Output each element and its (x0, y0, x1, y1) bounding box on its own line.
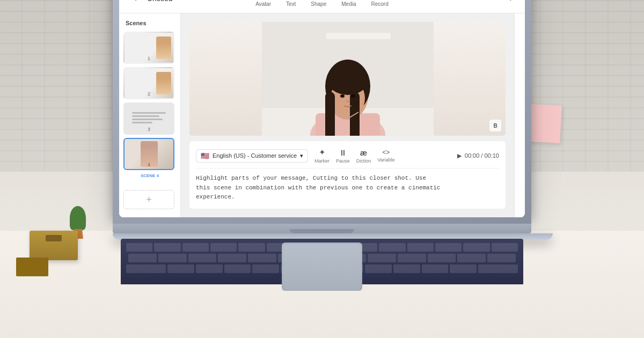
key (126, 243, 152, 252)
trackpad[interactable] (282, 243, 362, 291)
edit-title-icon[interactable]: ✏ (175, 0, 181, 2)
play-controls: ▶ 00:00 / 00:10 (457, 152, 499, 159)
avatar-svg (262, 22, 434, 136)
app-ui: ‹ Untitled ✏ ◎ Avatar T Text (119, 0, 525, 217)
scene1-avatar (156, 36, 171, 59)
toolbar-title-area: Untitled ✏ (147, 0, 181, 3)
key (450, 264, 477, 273)
back-button[interactable]: ‹ (128, 0, 143, 6)
laptop-base (113, 224, 531, 233)
key (154, 243, 180, 252)
key (210, 243, 237, 252)
avatar-woman (189, 22, 506, 136)
key (457, 254, 486, 262)
key (128, 254, 157, 262)
scene4-active-label: SCENE 4 (123, 173, 176, 178)
svg-rect-2 (326, 33, 391, 39)
key (158, 254, 187, 262)
flag-icon: 🇺🇸 (201, 152, 209, 160)
text-line-3 (132, 119, 163, 120)
language-label: English (US) - Customer service (213, 152, 297, 159)
svg-point-11 (340, 94, 345, 98)
diction-button[interactable]: æ Diction (356, 148, 371, 164)
script-controls: 🇺🇸 English (US) - Customer service ▾ ✦ M… (196, 148, 499, 168)
scene1-number: 1 (148, 56, 150, 61)
key (422, 264, 449, 273)
key (463, 243, 489, 252)
svg-point-12 (351, 94, 355, 98)
record-label: Record (371, 1, 389, 7)
key (487, 254, 516, 262)
text-line-4 (132, 122, 152, 123)
key (393, 264, 420, 273)
text-line-1 (132, 112, 166, 114)
add-scene-button[interactable]: + (123, 190, 174, 209)
tool-media[interactable]: ▦ Media (341, 0, 356, 7)
key (218, 254, 246, 262)
key (126, 264, 166, 273)
key (167, 264, 194, 273)
key (365, 264, 392, 273)
key (407, 243, 434, 252)
key (478, 264, 518, 273)
tool-avatar[interactable]: ◎ Avatar (255, 0, 271, 7)
main-content: Scenes 1 2 (119, 13, 525, 217)
media-label: Media (341, 1, 356, 7)
pause-button[interactable]: ⏸ Pause (336, 148, 350, 164)
scene3-number: 3 (148, 127, 150, 132)
key (428, 254, 456, 262)
scene2-number: 2 (148, 91, 150, 97)
scene-item-3[interactable]: 3 (123, 102, 174, 135)
key (196, 264, 223, 273)
key (492, 243, 518, 252)
diction-label: Diction (356, 158, 371, 164)
marker-label: Marker (314, 158, 330, 164)
editor-area: B 🇺🇸 English (US) - Customer service ▾ (181, 13, 514, 217)
add-icon: + (146, 194, 152, 205)
script-area: 🇺🇸 English (US) - Customer service ▾ ✦ M… (189, 141, 506, 209)
pause-icon: ⏸ (339, 148, 347, 157)
right-panel (514, 13, 525, 217)
diction-icon: æ (360, 148, 367, 157)
key (188, 254, 217, 262)
tool-record[interactable]: ⊙ Record (371, 0, 389, 7)
script-text[interactable]: Highlight parts of your message, Cutting… (196, 174, 499, 202)
project-title: Untitled (147, 0, 172, 3)
variable-button[interactable]: <> Variable (377, 149, 394, 163)
scenes-title: Scenes (123, 20, 176, 26)
plant-leaves (70, 206, 86, 230)
key (252, 264, 279, 273)
video-canvas: B (189, 22, 506, 136)
text-line-2 (132, 115, 159, 117)
scene-item-2[interactable]: 2 (123, 67, 174, 99)
toolbar-tools: ◎ Avatar T Text ⬜ Shape ▦ (255, 0, 389, 7)
laptop-screen-outer: ‹ Untitled ✏ ◎ Avatar T Text (113, 0, 531, 224)
scene3-text-preview (132, 112, 166, 125)
scene2-avatar (156, 72, 171, 94)
undo-button[interactable]: ↩ (508, 0, 516, 4)
pause-label: Pause (336, 158, 350, 164)
svg-point-14 (327, 65, 368, 95)
back-icon: ‹ (134, 0, 137, 4)
variable-icon: <> (382, 149, 390, 156)
key (224, 264, 251, 273)
key (238, 243, 265, 252)
svg-rect-9 (325, 92, 335, 136)
dropdown-chevron-icon: ▾ (300, 152, 303, 159)
marker-button[interactable]: ✦ Marker (314, 148, 330, 164)
svg-point-13 (346, 100, 349, 102)
language-selector[interactable]: 🇺🇸 English (US) - Customer service ▾ (196, 149, 308, 163)
video-badge: B (489, 120, 501, 131)
marker-icon: ✦ (319, 148, 326, 157)
key (379, 243, 405, 252)
play-button[interactable]: ▶ (457, 152, 462, 159)
key (398, 254, 426, 262)
key (368, 254, 396, 262)
scene-item-1[interactable]: 1 (123, 32, 174, 64)
key (248, 254, 276, 262)
time-display: 00:00 / 00:10 (465, 152, 499, 159)
scene-item-4[interactable]: 4 (123, 138, 174, 170)
toolbar: ‹ Untitled ✏ ◎ Avatar T Text (119, 0, 525, 13)
tool-text[interactable]: T Text (286, 0, 296, 7)
tool-shape[interactable]: ⬜ Shape (311, 0, 326, 7)
